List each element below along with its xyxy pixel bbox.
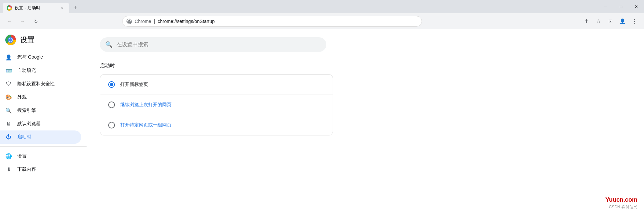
profile-button[interactable]: 👤: [617, 16, 628, 27]
settings-page-title: 设置: [20, 35, 35, 45]
download-icon: ⬇: [5, 166, 12, 173]
sidebar-item-privacy[interactable]: 🛡 隐私设置和安全性: [0, 77, 81, 91]
save-page-button[interactable]: ⬆: [581, 16, 592, 27]
settings-search-input[interactable]: [117, 42, 321, 48]
tab-close-button[interactable]: ×: [59, 5, 65, 11]
settings-search-bar[interactable]: 🔍: [100, 37, 326, 52]
maximize-button[interactable]: □: [613, 0, 629, 13]
option-continue[interactable]: 继续浏览上次打开的网页: [100, 95, 333, 115]
url-display: Chrome | chrome://settings/onStartup: [135, 19, 418, 24]
sidebar-label-browser: 默认浏览器: [17, 121, 41, 127]
watermark-site: Yuucn.com: [605, 196, 637, 203]
sidebar-label-autofill: 自动填充: [17, 68, 36, 74]
sidebar-label-download: 下载内容: [17, 166, 36, 172]
sidebar-label-privacy: 隐私设置和安全性: [17, 81, 55, 87]
badge-icon: 🪪: [5, 67, 12, 74]
main-layout: 设置 👤 您与 Google 🪪 自动填充 🛡 隐私设置和安全性 🎨 外观 🔍 …: [0, 29, 644, 210]
globe-icon: 🌐: [5, 153, 12, 159]
option-continue-label: 继续浏览上次打开的网页: [120, 102, 171, 108]
content-area: 🔍 启动时 打开新标签页 继续浏览上次打开的网页 打开特定网页或一组网页: [87, 29, 644, 210]
radio-continue[interactable]: [108, 102, 115, 108]
option-specific-label: 打开特定网页或一组网页: [120, 122, 171, 128]
shield-icon: 🛡: [5, 81, 12, 87]
sidebar-item-startup[interactable]: ⏻ 启动时: [0, 130, 81, 144]
sidebar-item-search[interactable]: 🔍 搜索引擎: [0, 104, 81, 117]
split-view-button[interactable]: ⊡: [605, 16, 616, 27]
refresh-button[interactable]: ↻: [31, 16, 41, 27]
sidebar-label-appearance: 外观: [17, 94, 27, 100]
startup-section-title: 启动时: [100, 63, 631, 69]
sidebar-item-language[interactable]: 🌐 语言: [0, 149, 81, 163]
sidebar-label-search: 搜索引擎: [17, 107, 36, 113]
option-new-tab-label: 打开新标签页: [120, 82, 148, 88]
more-menu-button[interactable]: ⋮: [629, 16, 640, 27]
address-bar: ← → ↻ Chrome | chrome://settings/onStart…: [0, 13, 644, 29]
url-bar[interactable]: Chrome | chrome://settings/onStartup: [122, 16, 422, 27]
back-button[interactable]: ←: [4, 16, 15, 27]
minimize-button[interactable]: ─: [598, 0, 613, 13]
sidebar-label-startup: 启动时: [17, 134, 31, 140]
url-favicon-icon: [127, 19, 132, 24]
sidebar-divider: [0, 146, 87, 147]
startup-options-card: 打开新标签页 继续浏览上次打开的网页 打开特定网页或一组网页: [100, 74, 333, 135]
bookmark-button[interactable]: ☆: [593, 16, 604, 27]
forward-button[interactable]: →: [17, 16, 28, 27]
person-icon: 👤: [5, 54, 12, 61]
option-new-tab[interactable]: 打开新标签页: [100, 75, 333, 95]
sidebar-item-browser[interactable]: 🖥 默认浏览器: [0, 117, 81, 130]
sidebar-label-google: 您与 Google: [17, 54, 43, 60]
sidebar-label-language: 语言: [17, 153, 27, 159]
sidebar-item-autofill[interactable]: 🪪 自动填充: [0, 64, 81, 77]
option-specific[interactable]: 打开特定网页或一组网页: [100, 115, 333, 135]
new-tab-button[interactable]: +: [71, 3, 80, 13]
sidebar-item-google[interactable]: 👤 您与 Google: [0, 51, 81, 64]
svg-point-1: [8, 7, 11, 9]
radio-specific[interactable]: [108, 122, 115, 128]
tab-title: 设置 - 启动时: [15, 5, 57, 11]
svg-point-8: [9, 38, 12, 42]
settings-header: 设置: [0, 35, 87, 51]
close-button[interactable]: ✕: [629, 0, 644, 13]
search-bar-icon: 🔍: [105, 41, 113, 48]
watermark-author: CSDN @付佳兴: [609, 204, 637, 210]
power-icon: ⏻: [5, 134, 12, 140]
window-controls: ─ □ ✕: [598, 0, 644, 13]
palette-icon: 🎨: [5, 94, 12, 101]
search-icon: 🔍: [5, 107, 12, 114]
browser-tab[interactable]: 设置 - 启动时 ×: [3, 3, 69, 13]
chrome-logo-icon: [5, 35, 16, 45]
sidebar-item-download[interactable]: ⬇ 下载内容: [0, 163, 81, 176]
address-bar-actions: ⬆ ☆ ⊡ 👤 ⋮: [581, 16, 640, 27]
sidebar-item-appearance[interactable]: 🎨 外观: [0, 91, 81, 104]
sidebar: 设置 👤 您与 Google 🪪 自动填充 🛡 隐私设置和安全性 🎨 外观 🔍 …: [0, 29, 87, 210]
radio-new-tab[interactable]: [108, 81, 115, 88]
title-bar: 设置 - 启动时 × + ─ □ ✕: [0, 0, 644, 13]
tab-favicon: [7, 5, 12, 11]
browser-icon: 🖥: [5, 120, 12, 127]
